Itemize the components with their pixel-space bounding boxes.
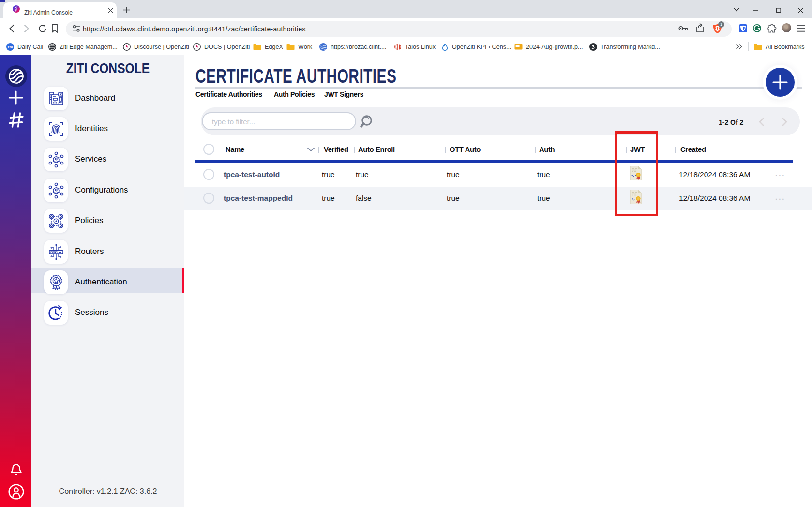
svg-text:zm: zm [7, 45, 13, 49]
